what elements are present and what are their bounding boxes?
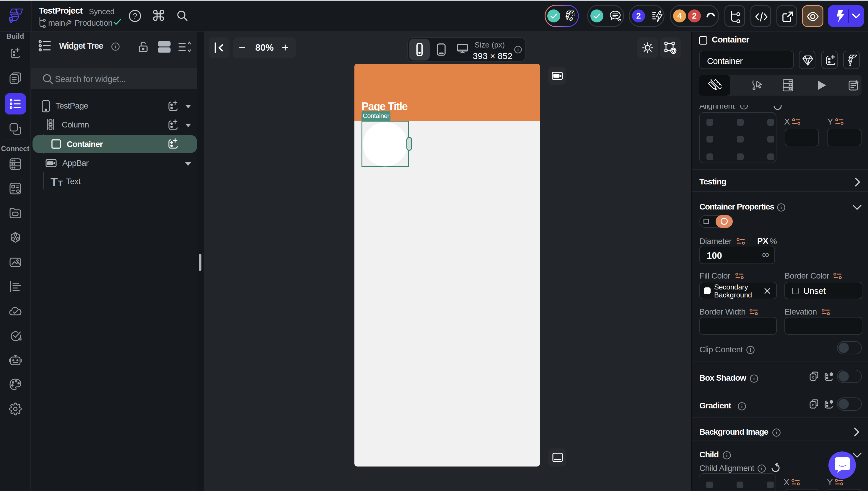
svg-text:?: ?: [133, 11, 137, 20]
